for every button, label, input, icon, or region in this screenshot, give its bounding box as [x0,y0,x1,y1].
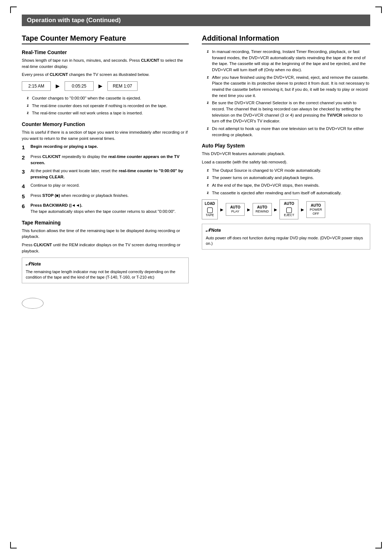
main-content: Tape Counter Memory Feature Real-Time Co… [22,34,370,309]
page-oval [22,298,44,309]
counter-box-1: 2:15 AM [22,81,51,91]
header-title: Operation with tape (Continued) [27,17,121,24]
diagram-auto-play: AUTO PLAY [226,203,245,216]
left-section-title: Tape Counter Memory Feature [22,34,189,44]
step-2: 2 Press CLK/CNT repeatedly to display th… [22,154,189,166]
corner-mark-br [375,542,382,548]
right-section-title: Additional Information [202,34,370,44]
arrow-1: ► [54,82,61,90]
tape-remaining-para1: This function allows the time of the rem… [22,228,189,240]
ap-bullet-4: The cassette is ejected after rewinding … [207,190,370,196]
step-4: 4 Continue to play or record. [22,182,189,190]
rtc-bullet-2: The real-time counter does not operate i… [27,103,189,109]
diagram-arrow-3: ► [273,207,278,212]
rtc-para1: Shows length of tape run in hours, minut… [22,57,189,69]
additional-info-bullets: In manual recording, Timer recording, In… [207,49,370,138]
page-header: Operation with tape (Continued) [22,15,370,26]
right-column: Additional Information In manual recordi… [202,34,370,250]
tape-remaining-note: 𝒩 Note The remaining tape length indicat… [22,258,189,283]
ai-bullet-3: Be sure the DVD+VCR Channel Selector is … [207,100,370,124]
autoplay-diagram: LOAD ▢ TAPE ► AUTO PLAY ► AUTO REWIND ► … [202,199,370,219]
counter-memory-heading: Counter Memory Function [22,121,189,127]
ap-note-title: 𝒩 Note [206,227,366,234]
diagram-load-tape: LOAD ▢ TAPE [202,199,218,219]
auto-play-note: 𝒩 Note Auto power off does not function … [202,224,370,249]
corner-mark-bl [10,542,17,548]
ai-bullet-4: Do not attempt to hook up more than one … [207,126,370,138]
ap-bullet-1: The Output Source is changed to VCR mode… [207,167,370,174]
ai-bullet-1: In manual recording, Timer recording, In… [207,49,370,73]
left-column: Tape Counter Memory Feature Real-Time Co… [22,34,189,309]
step-1: 1 Begin recording or playing a tape. [22,143,189,151]
tape-remaining-para2: Press CLK/CNT until the REM indicator di… [22,242,189,254]
step-3: 3 At the point that you want locate late… [22,168,189,180]
tape-remaining-heading: Tape Remaining [22,220,189,226]
diagram-auto-power-off: AUTO POWER OFF [306,201,325,218]
ap-bullet-2: The power turns on automatically and pla… [207,175,370,181]
diagram-auto-rewind: AUTO REWIND [253,203,272,216]
rtc-bullet-1: Counter changes to "0:00:00" when the ca… [27,95,189,101]
ai-bullet-2: After you have finished using the DVD+VC… [207,74,370,99]
counter-memory-para: This is useful if there is a section of … [22,129,189,141]
diagram-arrow-2: ► [246,207,251,212]
counter-box-3: REM 1:07 [107,81,138,91]
auto-play-para1: This DVD+VCR features automatic playback… [202,151,370,157]
note-title: 𝒩 Note [26,260,185,268]
ap-note-text: Auto power off does not function during … [206,236,363,246]
rtc-bullet-3: The real-time counter will not work unle… [27,110,189,116]
note-text: The remaining tape length indicator may … [26,270,175,279]
diagram-auto-eject: AUTO ▢ EJECT [279,199,298,219]
auto-play-para2: Load a cassette (with the safety tab rem… [202,159,370,165]
arrow-2: ► [97,82,104,90]
rtc-para2: Every press of CLK/CNT changes the TV sc… [22,72,189,78]
diagram-arrow-1: ► [219,207,224,212]
auto-play-heading: Auto Play System [202,143,370,149]
real-time-counter-heading: Real-Time Counter [22,49,189,55]
rtc-bullets: Counter changes to "0:00:00" when the ca… [27,95,189,116]
corner-mark-tr [375,7,382,13]
ap-bullet-3: At the end of the tape, the DVD+VCR stop… [207,182,370,189]
step-6: 6 Press BACKWARD (|◄◄).The tape automati… [22,202,189,214]
auto-play-bullets: The Output Source is changed to VCR mode… [207,167,370,196]
counter-display-row: 2:15 AM ► 0:05:25 ► REM 1:07 [22,81,189,91]
corner-mark-tl [10,7,17,13]
step-5: 5 Press STOP (■) when recording or playb… [22,193,189,200]
counter-box-2: 0:05:25 [65,81,94,91]
diagram-arrow-4: ► [300,207,305,212]
